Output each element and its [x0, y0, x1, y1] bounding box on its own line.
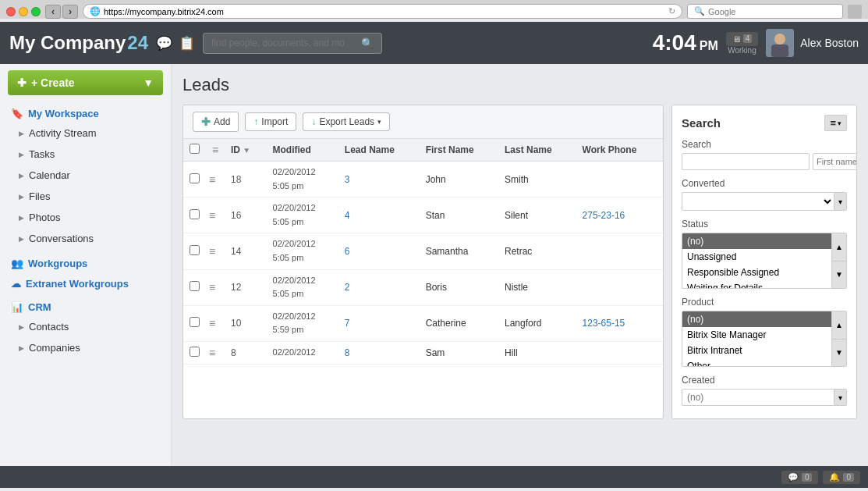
row-menu-icon[interactable]: ≡ — [209, 281, 215, 294]
time-display: 4:04 — [653, 30, 696, 55]
maximize-btn[interactable] — [31, 7, 41, 16]
status-item[interactable]: (no) — [682, 233, 831, 249]
back-btn[interactable]: ‹ — [45, 5, 61, 19]
row-checkbox[interactable] — [190, 281, 200, 291]
converted-select[interactable]: Yes No — [682, 192, 834, 211]
row-checkbox[interactable] — [190, 317, 200, 327]
export-icon: ↓ — [311, 116, 316, 127]
product-listbox[interactable]: (no)Bitrix Site ManagerBitrix IntranetOt… — [682, 311, 832, 367]
triangle-icon-files: ▶ — [19, 193, 24, 201]
lead-link[interactable]: 3 — [345, 174, 350, 185]
crm-label: CRM — [28, 301, 51, 313]
table-row: ≡ 16 02/20/20125:05 pm 4 Stan Silent 275… — [183, 197, 663, 233]
search-menu-button[interactable]: ≡ ▾ — [824, 115, 847, 131]
converted-dropdown-button[interactable]: ▾ — [834, 192, 847, 211]
product-item[interactable]: Bitrix Site Manager — [682, 327, 831, 343]
triangle-icon: ▶ — [19, 130, 24, 137]
cloud-icon: ☁ — [11, 278, 21, 290]
col-modified[interactable]: Modified — [267, 139, 338, 162]
created-input[interactable] — [682, 389, 834, 406]
lead-link[interactable]: 4 — [345, 210, 350, 221]
name-field-input[interactable] — [813, 153, 857, 170]
col-lead-name[interactable]: Lead Name — [338, 139, 420, 162]
footer-chat-badge[interactable]: 💬 0 — [781, 471, 819, 484]
col-id[interactable]: ID ▼ — [225, 139, 267, 162]
product-scroll-down[interactable]: ▼ — [832, 340, 846, 367]
search-panel-header: Search ≡ ▾ — [682, 115, 847, 131]
product-scroll-up[interactable]: ▲ — [832, 311, 846, 340]
row-menu-icon[interactable]: ≡ — [209, 347, 215, 359]
col-first-name[interactable]: First Name — [420, 139, 498, 162]
created-dropdown-button[interactable]: ▾ — [834, 389, 847, 406]
sidebar-item-contacts[interactable]: ▶ Contacts — [0, 316, 171, 337]
footer-notification-badge[interactable]: 🔔 0 — [823, 471, 860, 484]
status-item[interactable]: Unassigned — [682, 249, 831, 265]
sidebar-item-companies[interactable]: ▶ Companies — [0, 337, 171, 358]
create-label: + Create — [31, 76, 138, 89]
export-button[interactable]: ↓ Export Leads ▾ — [303, 112, 390, 131]
browser-search-input[interactable] — [708, 7, 836, 16]
sidebar-item-tasks[interactable]: ▶ Tasks — [0, 144, 171, 165]
status-item[interactable]: Waiting for Details — [682, 280, 831, 289]
global-search-input[interactable] — [211, 37, 356, 48]
row-checkbox[interactable] — [190, 209, 200, 219]
product-item[interactable]: (no) — [682, 311, 831, 327]
minimize-btn[interactable] — [19, 7, 28, 16]
row-menu-icon[interactable]: ≡ — [209, 317, 215, 329]
chat-icon[interactable]: 💬 — [156, 35, 172, 52]
reload-icon[interactable]: ↻ — [668, 6, 675, 16]
table-menu-icon[interactable]: ≡ — [212, 144, 218, 156]
created-label: Created — [682, 375, 847, 386]
row-checkbox[interactable] — [190, 173, 200, 183]
sidebar-item-conversations[interactable]: ▶ Conversations — [0, 228, 171, 249]
sidebar-item-files[interactable]: ▶ Files — [0, 186, 171, 207]
sidebar-files-label: Files — [29, 190, 50, 202]
status-listbox[interactable]: (no)UnassignedResponsible AssignedWaitin… — [682, 233, 832, 289]
select-all-checkbox[interactable] — [190, 144, 200, 154]
sidebar-extranet-section[interactable]: ☁ Extranet Workgroups — [0, 272, 171, 293]
status-label: Status — [682, 219, 847, 229]
lead-link[interactable]: 7 — [345, 318, 350, 329]
converted-filter-section: Converted Yes No ▾ — [682, 178, 847, 211]
user-profile[interactable]: Alex Boston — [766, 29, 859, 57]
sort-icon: ▼ — [243, 146, 250, 155]
sidebar-item-activity-stream[interactable]: ▶ Activity Stream — [0, 123, 171, 144]
col-work-phone[interactable]: Work Phone — [576, 139, 663, 162]
sidebar-crm-section[interactable]: 📊 CRM — [0, 296, 171, 316]
product-item[interactable]: Bitrix Intranet — [682, 343, 831, 358]
sidebar: ✚ + Create ▼ 🔖 My Workspace ▶ Activity S… — [0, 64, 172, 466]
sidebar-item-calendar[interactable]: ▶ Calendar — [0, 165, 171, 186]
row-menu-icon[interactable]: ≡ — [209, 245, 215, 258]
lead-link[interactable]: 8 — [345, 347, 350, 358]
search-panel-title: Search — [682, 116, 721, 130]
row-menu-icon[interactable]: ≡ — [209, 209, 215, 222]
triangle-icon-calendar: ▶ — [19, 172, 24, 180]
sidebar-contacts-label: Contacts — [29, 321, 69, 333]
status-scroll-up[interactable]: ▲ — [832, 233, 846, 262]
create-button[interactable]: ✚ + Create ▼ — [8, 70, 163, 95]
sidebar-workgroups-section[interactable]: 👥 Workgroups — [0, 252, 171, 272]
triangle-icon-conversations: ▶ — [19, 235, 24, 243]
workspace-label: My Workspace — [28, 108, 99, 119]
status-scroll-down[interactable]: ▼ — [832, 262, 846, 289]
status-item[interactable]: Responsible Assigned — [682, 265, 831, 280]
table-row: ≡ 18 02/20/20125:05 pm 3 John Smith — [183, 162, 663, 197]
row-checkbox[interactable] — [190, 245, 200, 255]
lead-link[interactable]: 2 — [345, 282, 350, 293]
forward-btn[interactable]: › — [62, 5, 78, 19]
working-status[interactable]: 🖥 4 Working — [726, 32, 759, 55]
import-button[interactable]: ↑ Import — [245, 112, 296, 131]
close-btn[interactable] — [6, 7, 16, 16]
row-menu-icon[interactable]: ≡ — [209, 173, 215, 186]
search-text-input[interactable] — [682, 153, 810, 170]
search-submit-icon[interactable]: 🔍 — [361, 37, 374, 49]
sidebar-workspace-section[interactable]: 🔖 My Workspace — [0, 103, 171, 123]
add-button[interactable]: ✚ Add — [193, 112, 239, 132]
search-filter-section: Search ▾ — [682, 139, 847, 170]
sidebar-item-photos[interactable]: ▶ Photos — [0, 207, 171, 228]
col-last-name[interactable]: Last Name — [498, 139, 576, 162]
notification-icon[interactable]: 📋 — [179, 35, 195, 52]
lead-link[interactable]: 6 — [345, 246, 350, 257]
product-item[interactable]: Other — [682, 358, 831, 367]
row-checkbox[interactable] — [190, 347, 200, 357]
